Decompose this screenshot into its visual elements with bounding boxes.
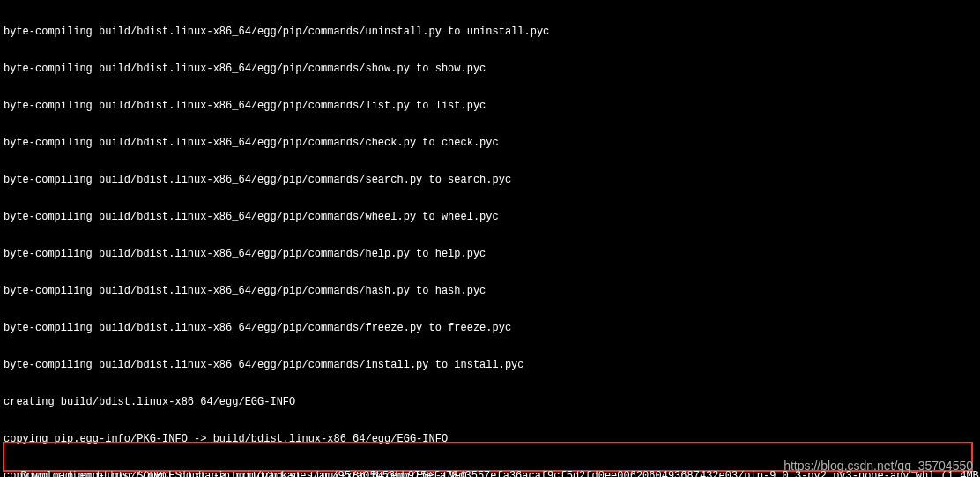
output-line: byte-compiling build/bdist.linux-x86_64/…	[4, 174, 976, 186]
output-line: byte-compiling build/bdist.linux-x86_64/…	[4, 26, 976, 38]
output-line: byte-compiling build/bdist.linux-x86_64/…	[4, 100, 976, 112]
output-line: byte-compiling build/bdist.linux-x86_64/…	[4, 137, 976, 149]
output-line: creating build/bdist.linux-x86_64/egg/EG…	[4, 396, 976, 408]
watermark-text: https://blog.csdn.net/qq_35704550	[783, 459, 973, 472]
output-line: byte-compiling build/bdist.linux-x86_64/…	[4, 285, 976, 297]
output-line: byte-compiling build/bdist.linux-x86_64/…	[4, 63, 976, 75]
output-line: byte-compiling build/bdist.linux-x86_64/…	[4, 322, 976, 334]
output-line: byte-compiling build/bdist.linux-x86_64/…	[4, 211, 976, 223]
output-line: byte-compiling build/bdist.linux-x86_64/…	[4, 248, 976, 260]
terminal-output[interactable]: byte-compiling build/bdist.linux-x86_64/…	[4, 1, 976, 477]
output-line: byte-compiling build/bdist.linux-x86_64/…	[4, 359, 976, 371]
